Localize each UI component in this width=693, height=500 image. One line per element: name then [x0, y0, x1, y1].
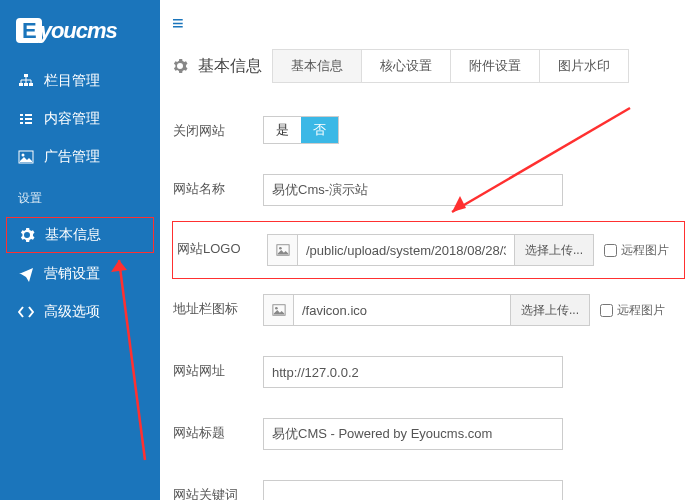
- sidebar: Eyoucms 栏目管理 内容管理 广告管理 设置 基本信息 营销设置 高级选项: [0, 0, 160, 500]
- gear-icon: [172, 58, 188, 74]
- svg-rect-3: [29, 83, 33, 86]
- sidebar-item-label: 营销设置: [44, 265, 100, 283]
- svg-rect-0: [24, 74, 28, 77]
- sidebar-item-label: 基本信息: [45, 226, 101, 244]
- hamburger-icon[interactable]: ≡: [172, 12, 693, 35]
- sidebar-item-content[interactable]: 内容管理: [0, 100, 160, 138]
- sidebar-item-label: 广告管理: [44, 148, 100, 166]
- page-title: 基本信息: [198, 56, 262, 77]
- input-name[interactable]: [263, 174, 563, 206]
- sidebar-item-columns[interactable]: 栏目管理: [0, 62, 160, 100]
- sidebar-item-label: 栏目管理: [44, 72, 100, 90]
- code-icon: [18, 304, 34, 320]
- image-icon: [263, 294, 293, 326]
- toggle-close[interactable]: 是 否: [263, 116, 339, 144]
- svg-rect-5: [25, 114, 32, 116]
- svg-rect-9: [25, 122, 32, 124]
- send-icon: [18, 266, 34, 282]
- toggle-no[interactable]: 否: [301, 117, 338, 143]
- input-keywords[interactable]: [263, 480, 563, 500]
- upload-logo-button[interactable]: 选择上传...: [515, 234, 594, 266]
- svg-point-15: [275, 307, 278, 310]
- svg-rect-8: [20, 122, 23, 124]
- label-logo: 网站LOGO: [177, 234, 267, 258]
- svg-rect-6: [20, 118, 23, 120]
- tab-basic[interactable]: 基本信息: [273, 50, 362, 82]
- sidebar-item-label: 高级选项: [44, 303, 100, 321]
- label-name: 网站名称: [173, 174, 263, 198]
- svg-rect-7: [25, 118, 32, 120]
- logo: Eyoucms: [0, 0, 160, 62]
- svg-point-13: [279, 247, 282, 250]
- label-title: 网站标题: [173, 418, 263, 442]
- svg-rect-1: [19, 83, 23, 86]
- input-title[interactable]: [263, 418, 563, 450]
- label-favicon: 地址栏图标: [173, 294, 263, 318]
- sidebar-item-ads[interactable]: 广告管理: [0, 138, 160, 176]
- gear-icon: [19, 227, 35, 243]
- label-close: 关闭网站: [173, 116, 263, 140]
- row-logo: 网站LOGO 选择上传... 远程图片: [172, 221, 685, 279]
- tab-watermark[interactable]: 图片水印: [540, 50, 628, 82]
- input-favicon[interactable]: [293, 294, 511, 326]
- sidebar-item-advanced[interactable]: 高级选项: [0, 293, 160, 331]
- svg-rect-2: [24, 83, 28, 86]
- logo-e: E: [16, 18, 42, 43]
- tab-attach[interactable]: 附件设置: [451, 50, 540, 82]
- label-url: 网站网址: [173, 356, 263, 380]
- remote-logo-checkbox[interactable]: 远程图片: [604, 242, 669, 259]
- sidebar-item-basic[interactable]: 基本信息: [6, 217, 154, 253]
- input-logo[interactable]: [297, 234, 515, 266]
- tab-core[interactable]: 核心设置: [362, 50, 451, 82]
- list-icon: [18, 111, 34, 127]
- sitemap-icon: [18, 73, 34, 89]
- main: ≡ 基本信息 基本信息 核心设置 附件设置 图片水印 关闭网站 是 否 网站名称…: [160, 0, 693, 500]
- image-icon: [267, 234, 297, 266]
- image-icon: [18, 149, 34, 165]
- toggle-yes[interactable]: 是: [264, 117, 301, 143]
- logo-brand: youcms: [40, 18, 117, 43]
- remote-favicon-checkbox[interactable]: 远程图片: [600, 302, 665, 319]
- sidebar-item-marketing[interactable]: 营销设置: [0, 255, 160, 293]
- upload-favicon-button[interactable]: 选择上传...: [511, 294, 590, 326]
- label-keywords: 网站关键词: [173, 480, 263, 500]
- sidebar-section: 设置: [0, 176, 160, 215]
- svg-rect-4: [20, 114, 23, 116]
- sidebar-item-label: 内容管理: [44, 110, 100, 128]
- tabs: 基本信息 核心设置 附件设置 图片水印: [272, 49, 629, 83]
- svg-point-11: [22, 154, 25, 157]
- input-url[interactable]: [263, 356, 563, 388]
